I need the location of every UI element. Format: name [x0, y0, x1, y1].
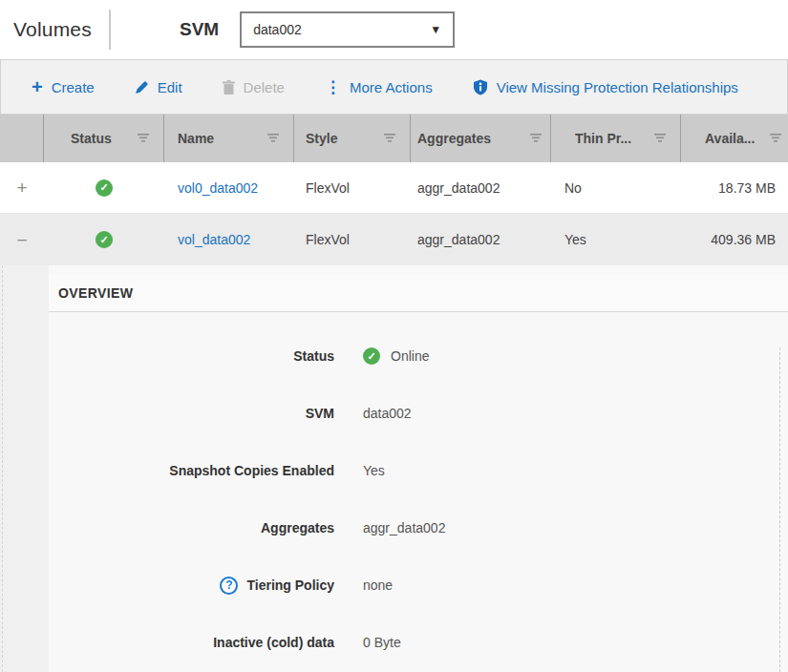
field-value: data002 [363, 406, 412, 421]
filter-icon[interactable] [653, 131, 667, 146]
delete-button[interactable]: Delete [223, 79, 285, 95]
field-label: Aggregates [49, 520, 334, 536]
field-row-tiering-policy: ? Tiering Policy none [49, 556, 788, 614]
column-header-thin-provisioned[interactable]: Thin Pr... [551, 115, 681, 162]
kebab-icon: ⋮ [325, 79, 341, 95]
overview-panel: OVERVIEW Status ✓ Online SVM data002 [49, 265, 788, 672]
filter-icon[interactable] [383, 131, 396, 146]
create-button-label: Create [52, 79, 95, 95]
plus-icon: + [32, 77, 43, 96]
filter-icon[interactable] [137, 131, 150, 146]
pencil-icon [135, 80, 149, 94]
volume-link[interactable]: vol0_data002 [178, 180, 258, 196]
field-label: ? Tiering Policy [49, 577, 334, 595]
overview-fields: Status ✓ Online SVM data002 Snapshot Cop… [49, 312, 788, 671]
trash-icon [223, 80, 235, 94]
column-header-name[interactable]: Name [164, 115, 294, 162]
volume-name-cell: vol_data002 [164, 232, 294, 247]
volume-detail-panel: OVERVIEW Status ✓ Online SVM data002 [0, 265, 788, 672]
column-header-aggregates[interactable]: Aggregates [411, 115, 551, 162]
overview-section-title: OVERVIEW [49, 274, 788, 312]
view-missing-protection-label: View Missing Protection Relationships [497, 79, 738, 95]
field-label: SVM [49, 406, 334, 421]
row-status-cell: ✓ [44, 231, 164, 248]
available-cell: 409.36 MB [681, 232, 788, 247]
delete-button-label: Delete [244, 79, 285, 95]
field-row-svm: SVM data002 [49, 385, 788, 442]
style-cell: FlexVol [294, 232, 411, 247]
field-value: 0 Byte [363, 635, 401, 650]
create-button[interactable]: + Create [32, 77, 95, 96]
thin-provisioned-cell: No [551, 180, 681, 196]
available-cell: 18.73 MB [681, 180, 788, 196]
column-header-status[interactable]: Status [44, 115, 164, 162]
field-label: Inactive (cold) data [49, 635, 334, 650]
svm-dropdown[interactable]: data002 ▼ [240, 11, 455, 48]
field-row-aggregates: Aggregates aggr_data002 [49, 499, 788, 556]
page-title: Volumes [13, 18, 92, 41]
edit-button[interactable]: Edit [135, 79, 182, 95]
filter-icon[interactable] [529, 131, 543, 146]
view-missing-protection-button[interactable]: View Missing Protection Relationships [473, 79, 738, 95]
svm-dropdown-value: data002 [253, 22, 302, 37]
row-status-cell: ✓ [44, 179, 164, 197]
field-value: ✓ Online [363, 347, 429, 365]
header-expander-column [0, 115, 44, 162]
field-row-snapshot-copies: Snapshot Copies Enabled Yes [49, 442, 788, 499]
help-icon[interactable]: ? [220, 577, 238, 595]
more-actions-button[interactable]: ⋮ More Actions [325, 79, 433, 95]
field-value: none [363, 578, 393, 593]
volumes-table-header: Status Name Style Aggregates Thin Pr... … [0, 115, 788, 162]
svm-label: SVM [180, 19, 219, 40]
table-row[interactable]: + ✓ vol0_data002 FlexVol aggr_data002 No… [0, 162, 788, 214]
panel-dashed-border-right [779, 347, 780, 672]
panel-left-gutter [0, 265, 49, 672]
field-row-inactive-cold-data: Inactive (cold) data 0 Byte [49, 614, 788, 671]
column-header-style[interactable]: Style [294, 115, 411, 162]
status-ok-icon: ✓ [96, 179, 113, 197]
field-label: Snapshot Copies Enabled [49, 463, 334, 478]
column-header-available[interactable]: Availa... [681, 115, 788, 162]
filter-icon[interactable] [769, 131, 782, 146]
field-value: Yes [363, 463, 385, 478]
online-status-icon: ✓ [363, 347, 380, 365]
volume-name-cell: vol0_data002 [164, 180, 294, 196]
field-row-status: Status ✓ Online [49, 327, 788, 385]
panel-dashed-border-left [2, 265, 3, 672]
top-bar: Volumes SVM data002 ▼ [0, 0, 788, 59]
status-ok-icon: ✓ [96, 231, 113, 248]
shield-icon [473, 79, 488, 95]
edit-button-label: Edit [158, 79, 182, 95]
filter-icon[interactable] [266, 131, 280, 146]
collapse-row-button[interactable]: − [0, 231, 44, 249]
title-divider [109, 10, 111, 50]
field-value: aggr_data002 [363, 520, 445, 536]
field-label: Status [49, 348, 334, 364]
more-actions-label: More Actions [350, 79, 433, 95]
volume-link[interactable]: vol_data002 [178, 232, 250, 247]
actions-toolbar: + Create Edit Delete ⋮ More Actions View… [0, 59, 788, 115]
aggregates-cell: aggr_data002 [411, 232, 551, 247]
expand-row-button[interactable]: + [0, 178, 44, 197]
dropdown-arrow-icon: ▼ [430, 23, 441, 36]
thin-provisioned-cell: Yes [551, 232, 681, 247]
aggregates-cell: aggr_data002 [411, 180, 551, 196]
table-row[interactable]: − ✓ vol_data002 FlexVol aggr_data002 Yes… [0, 214, 788, 265]
style-cell: FlexVol [294, 180, 411, 196]
